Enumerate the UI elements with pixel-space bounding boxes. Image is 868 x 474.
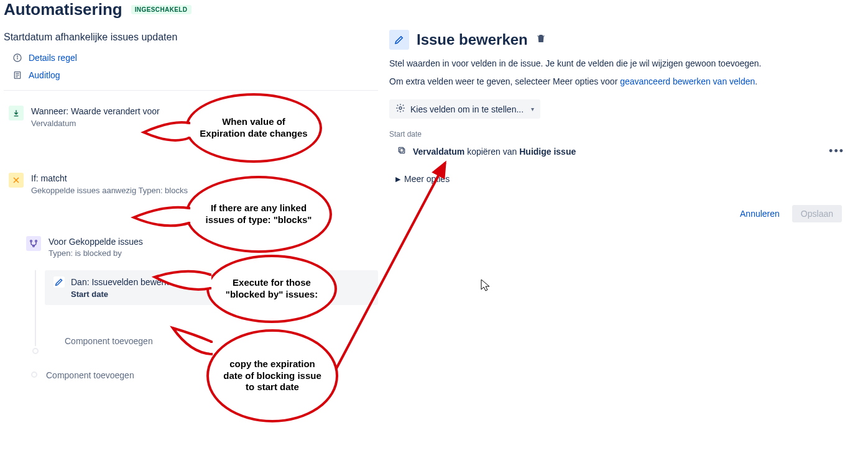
panel-desc-1: Stel waarden in voor velden in de issue.… (389, 57, 849, 70)
svg-rect-13 (399, 147, 403, 152)
branch-sub: Typen: is blocked by (48, 248, 143, 259)
chevron-down-icon: ▾ (531, 106, 534, 112)
panel-title: Issue bewerken (417, 31, 528, 48)
callout-4: copy the expiration date of blocking iss… (206, 329, 338, 422)
nav-details-label: Details regel (29, 53, 77, 63)
gear-icon (395, 103, 405, 115)
branch-icon (26, 236, 41, 251)
copy-text: Vervaldatum kopiëren van Huidige issue (413, 147, 576, 157)
pencil-icon (53, 276, 65, 288)
nav-auditlog-label: Auditlog (29, 70, 60, 80)
svg-rect-12 (400, 148, 404, 153)
callout-2: If there are any linked issues of type: … (185, 176, 332, 253)
condition-icon (9, 173, 24, 188)
field-picker[interactable]: Kies velden om in te stellen... ▾ (389, 99, 540, 119)
svg-point-9 (35, 240, 37, 242)
condition-sub: Gekoppelde issues aanwezig Typen: blocks (31, 186, 188, 196)
more-options-toggle[interactable]: ▶ Meer opties (395, 174, 849, 184)
callout-3: Execute for those "blocked by" issues: (206, 255, 337, 323)
copy-icon (397, 145, 407, 158)
more-actions-icon[interactable]: ••• (829, 145, 848, 158)
svg-point-8 (30, 240, 32, 242)
rule-name: Startdatum afhankelijke issues updaten (4, 32, 378, 43)
list-icon (12, 70, 22, 80)
callout-1: When value of Expiration date changes (185, 93, 322, 163)
svg-point-11 (399, 107, 402, 109)
add-component-outer[interactable]: Component toevoegen (46, 370, 134, 380)
save-button[interactable]: Opslaan (792, 205, 842, 222)
trash-icon[interactable] (535, 33, 547, 47)
svg-point-2 (17, 56, 17, 57)
trigger-icon (9, 106, 24, 121)
pencil-icon (389, 30, 409, 50)
branch-title: Voor Gekoppelde issues (48, 236, 143, 248)
copy-value-row[interactable]: Vervaldatum kopiëren van Huidige issue •… (389, 142, 849, 160)
info-icon (12, 53, 22, 63)
page-title: Automatisering (4, 0, 122, 19)
field-picker-label: Kies velden om in te stellen... (410, 104, 524, 114)
panel-desc-2: Om extra velden weer te geven, selecteer… (389, 75, 849, 88)
divider (4, 90, 378, 91)
nav-auditlog[interactable]: Auditlog (4, 66, 378, 84)
trigger-title: Wanneer: Waarde verandert voor (31, 106, 160, 117)
advanced-edit-link[interactable]: geavanceerd bewerken van velden (620, 76, 755, 86)
condition-title: If: matcht (31, 173, 188, 185)
status-badge: INGESCHAKELD (131, 5, 192, 14)
chevron-right-icon: ▶ (395, 175, 400, 183)
field-label-startdate: Start date (389, 130, 849, 139)
nav-details[interactable]: Details regel (4, 49, 378, 66)
cancel-button[interactable]: Annuleren (734, 205, 786, 222)
